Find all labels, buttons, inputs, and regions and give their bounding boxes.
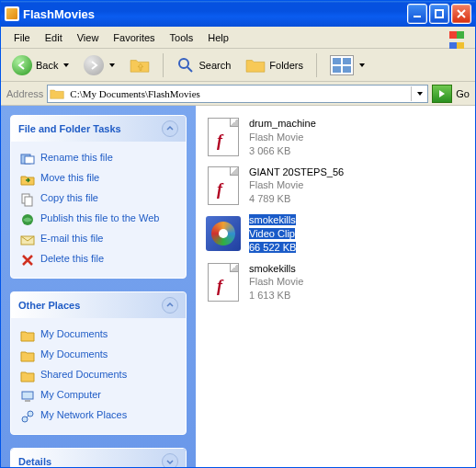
task-item[interactable]: Move this file: [20, 169, 176, 189]
place-item[interactable]: My Computer: [20, 386, 176, 406]
address-dropdown-button[interactable]: [411, 86, 425, 101]
toolbar: Back Search Folders: [1, 49, 475, 82]
flash-file-icon: f: [208, 263, 239, 302]
go-label: Go: [456, 88, 470, 99]
tasks-panel: File and Folder Tasks Rename this fileMo…: [10, 115, 187, 279]
forward-button[interactable]: [78, 52, 120, 78]
search-button[interactable]: Search: [171, 53, 236, 77]
task-item[interactable]: Rename this file: [20, 149, 176, 169]
tasks-panel-body: Rename this fileMove this fileCopy this …: [11, 142, 186, 278]
go-button[interactable]: [432, 85, 452, 103]
file-size: 1 613 KB: [249, 290, 290, 301]
task-item[interactable]: Copy this file: [20, 189, 176, 210]
file-name: GIANT 20STEPS_56: [249, 166, 344, 177]
file-size: 3 066 KB: [249, 145, 290, 156]
views-button[interactable]: [324, 52, 370, 78]
menu-edit[interactable]: Edit: [38, 30, 70, 45]
folder-icon: [20, 348, 35, 363]
place-item[interactable]: My Documents: [20, 346, 176, 366]
task-item[interactable]: Delete this file: [20, 250, 176, 270]
place-item[interactable]: My Network Places: [20, 406, 176, 427]
delete-icon: [20, 253, 35, 268]
up-button[interactable]: [124, 54, 155, 76]
menu-favorites[interactable]: Favorites: [106, 30, 162, 45]
file-item[interactable]: fdrum_machineFlash Movie3 066 KB: [199, 113, 471, 162]
svg-rect-1: [436, 10, 443, 17]
svg-point-2: [179, 59, 188, 68]
menu-file[interactable]: File: [6, 30, 38, 45]
file-item[interactable]: fsmokekillsFlash Movie1 613 KB: [199, 258, 471, 307]
flash-file-icon: f: [208, 118, 239, 156]
details-panel-title: Details: [18, 456, 51, 467]
folders-button[interactable]: Folders: [240, 54, 309, 76]
collapse-icon: [162, 120, 178, 137]
maximize-button[interactable]: [429, 4, 449, 24]
folders-label: Folders: [269, 60, 303, 71]
addressbar: Address Go: [1, 82, 475, 106]
minimize-button[interactable]: [407, 4, 427, 24]
svg-rect-6: [25, 197, 32, 206]
file-type: Video Clip: [249, 228, 295, 239]
task-item[interactable]: E-mail this file: [20, 230, 176, 250]
place-label: My Documents: [40, 328, 108, 339]
explorer-window: FlashMovies File Edit View Favorites Too…: [0, 0, 476, 468]
tasks-panel-title: File and Folder Tasks: [18, 123, 121, 134]
close-button[interactable]: [451, 4, 471, 24]
video-file-icon: [206, 216, 241, 251]
task-label: Move this file: [40, 172, 99, 183]
titlebar[interactable]: FlashMovies: [1, 1, 475, 27]
menu-tools[interactable]: Tools: [163, 30, 201, 45]
folders-icon: [245, 57, 266, 74]
computer-icon: [20, 389, 35, 404]
file-name: smokekills: [249, 263, 296, 274]
search-icon: [176, 56, 195, 74]
folder-icon: [20, 369, 35, 383]
menu-help[interactable]: Help: [200, 30, 236, 45]
file-list[interactable]: fdrum_machineFlash Movie3 066 KBfGIANT 2…: [196, 106, 475, 467]
places-panel: Other Places My DocumentsMy DocumentsSha…: [10, 291, 187, 435]
file-info: drum_machineFlash Movie3 066 KB: [249, 117, 316, 158]
chevron-down-icon: [63, 63, 69, 67]
menu-view[interactable]: View: [70, 30, 107, 45]
menubar: File Edit View Favorites Tools Help: [1, 27, 475, 49]
back-button[interactable]: Back: [6, 52, 74, 78]
publish-icon: [20, 212, 35, 227]
address-input-wrap[interactable]: [47, 85, 428, 103]
rename-icon: [20, 152, 35, 166]
place-label: Shared Documents: [40, 369, 127, 380]
task-item[interactable]: Publish this file to the Web: [20, 210, 176, 230]
file-icon-box: [205, 213, 242, 254]
file-name: drum_machine: [249, 118, 316, 129]
chevron-down-icon: [359, 63, 365, 67]
forward-arrow-icon: [84, 55, 104, 75]
file-name: smokekills: [249, 214, 296, 225]
task-label: Publish this file to the Web: [40, 212, 159, 223]
task-label: Delete this file: [40, 253, 104, 264]
expand-icon: [162, 453, 178, 467]
separator: [163, 53, 164, 77]
chevron-down-icon: [417, 92, 423, 96]
network-icon: [20, 409, 35, 424]
details-panel-header[interactable]: Details: [11, 449, 186, 467]
up-folder-icon: [130, 57, 150, 74]
places-panel-title: Other Places: [18, 300, 80, 311]
tasks-panel-header[interactable]: File and Folder Tasks: [11, 116, 186, 142]
address-label: Address: [6, 88, 43, 99]
task-label: Rename this file: [40, 152, 113, 163]
chevron-down-icon: [109, 63, 115, 67]
place-label: My Documents: [40, 348, 108, 360]
file-item[interactable]: smokekillsVideo Clip66 522 KB: [199, 210, 471, 258]
places-panel-body: My DocumentsMy DocumentsShared Documents…: [11, 318, 186, 434]
folder-icon: [5, 6, 19, 21]
address-input[interactable]: [68, 86, 407, 101]
copy-icon: [20, 192, 35, 207]
place-label: My Network Places: [40, 409, 127, 420]
file-item[interactable]: fGIANT 20STEPS_56Flash Movie4 789 KB: [199, 162, 471, 211]
file-type: Flash Movie: [249, 179, 303, 190]
window-title: FlashMovies: [23, 7, 405, 21]
places-panel-header[interactable]: Other Places: [11, 292, 186, 318]
place-item[interactable]: Shared Documents: [20, 366, 176, 386]
place-item[interactable]: My Documents: [20, 325, 176, 346]
file-info: smokekillsFlash Movie1 613 KB: [249, 262, 303, 303]
tasks-sidebar: File and Folder Tasks Rename this fileMo…: [1, 106, 196, 467]
